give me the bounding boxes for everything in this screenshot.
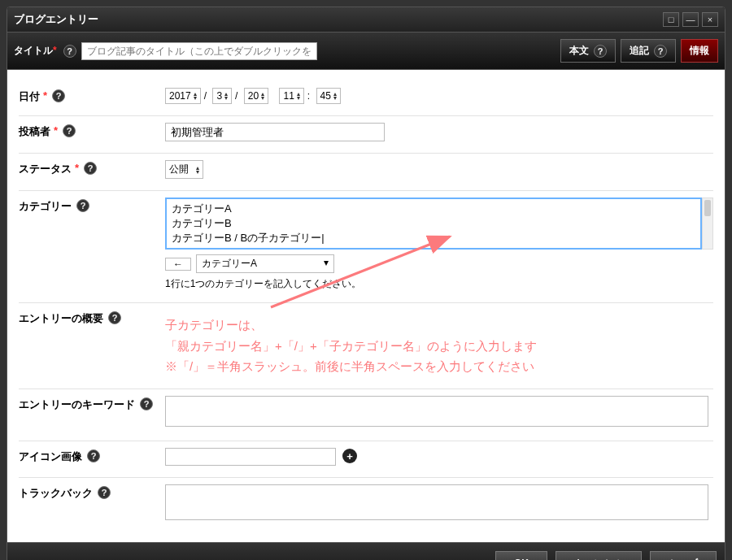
status-label: ステータス	[19, 162, 72, 176]
month-select[interactable]: 3▴▾	[212, 88, 232, 104]
help-icon[interactable]: ?	[108, 311, 121, 324]
minimize-button[interactable]: —	[682, 12, 699, 27]
title-input[interactable]	[81, 42, 317, 60]
help-icon[interactable]: ?	[98, 486, 111, 499]
close-button[interactable]: ×	[702, 12, 718, 27]
window-title: ブログエントリー	[14, 12, 660, 27]
category-row: カテゴリー? ← カテゴリーA▾ 1行に1つのカテゴリーを記入してください。	[19, 191, 713, 303]
minute-select[interactable]: 45▴▾	[316, 88, 341, 104]
hour-select[interactable]: 11▴▾	[279, 88, 303, 104]
form-body: 日付*? 2017▴▾/ 3▴▾/ 20▴▾ 11▴▾: 45▴▾ 投稿者*? …	[7, 70, 725, 542]
trackback-row: トラックバック?	[19, 478, 713, 534]
title-label: タイトル*	[14, 44, 57, 58]
save-button[interactable]: セーブ	[650, 551, 717, 561]
help-icon[interactable]: ?	[594, 45, 607, 58]
author-label: 投稿者	[19, 124, 50, 139]
trackback-textarea[interactable]	[165, 484, 708, 520]
cancel-button[interactable]: キャンセル	[556, 551, 642, 561]
help-icon[interactable]: ?	[140, 397, 153, 410]
summary-row: エントリーの概要? 子カテゴリーは、 「親カテゴリー名」+「/」+「子カテゴリー…	[19, 303, 713, 389]
keywords-row: エントリーのキーワード?	[19, 389, 713, 441]
arrow-select[interactable]: ←	[165, 258, 191, 271]
info-button[interactable]: 情報	[681, 39, 718, 63]
author-row: 投稿者*?	[19, 116, 713, 154]
category-dropdown[interactable]: カテゴリーA▾	[196, 254, 334, 273]
maximize-button[interactable]: □	[663, 12, 679, 27]
author-input[interactable]	[165, 123, 385, 141]
keywords-label: エントリーのキーワード	[19, 397, 135, 412]
category-textarea[interactable]	[165, 198, 702, 250]
summary-label: エントリーの概要	[19, 311, 103, 326]
titlebar: ブログエントリー □ — ×	[7, 7, 725, 33]
annotation-text: 子カテゴリーは、 「親カテゴリー名」+「/」+「子カテゴリー名」のように入力しま…	[165, 315, 713, 377]
day-select[interactable]: 20▴▾	[244, 88, 268, 104]
icon-row: アイコン画像? +	[19, 441, 713, 478]
status-select[interactable]: 公開 ▴▾	[165, 160, 203, 179]
status-row: ステータス*? 公開 ▴▾	[19, 154, 713, 191]
help-icon[interactable]: ?	[87, 449, 100, 462]
help-icon[interactable]: ?	[63, 124, 76, 137]
ok-button[interactable]: OK	[495, 551, 547, 561]
add-icon-button[interactable]: +	[342, 449, 357, 463]
keywords-textarea[interactable]	[165, 396, 708, 427]
append-button[interactable]: 追記?	[621, 39, 676, 63]
body-button[interactable]: 本文?	[560, 39, 616, 63]
footer: OK キャンセル セーブ	[7, 542, 725, 561]
scrollbar[interactable]	[702, 198, 713, 250]
year-select[interactable]: 2017▴▾	[165, 88, 201, 104]
help-icon[interactable]: ?	[76, 199, 89, 212]
icon-label: アイコン画像	[19, 449, 82, 464]
blog-entry-window: ブログエントリー □ — × タイトル* ? 本文? 追記? 情報 日付*? 2…	[7, 7, 725, 560]
date-row: 日付*? 2017▴▾/ 3▴▾/ 20▴▾ 11▴▾: 45▴▾	[19, 81, 713, 116]
category-label: カテゴリー	[19, 199, 72, 214]
help-icon[interactable]: ?	[84, 162, 97, 175]
help-icon[interactable]: ?	[52, 89, 65, 102]
date-label: 日付	[19, 89, 40, 104]
category-hint: 1行に1つのカテゴリーを記入してください。	[165, 277, 713, 291]
trackback-label: トラックバック	[19, 486, 93, 501]
toolbar: タイトル* ? 本文? 追記? 情報	[7, 33, 725, 70]
help-icon[interactable]: ?	[654, 45, 667, 58]
help-icon[interactable]: ?	[63, 45, 76, 58]
icon-input[interactable]	[165, 448, 336, 466]
